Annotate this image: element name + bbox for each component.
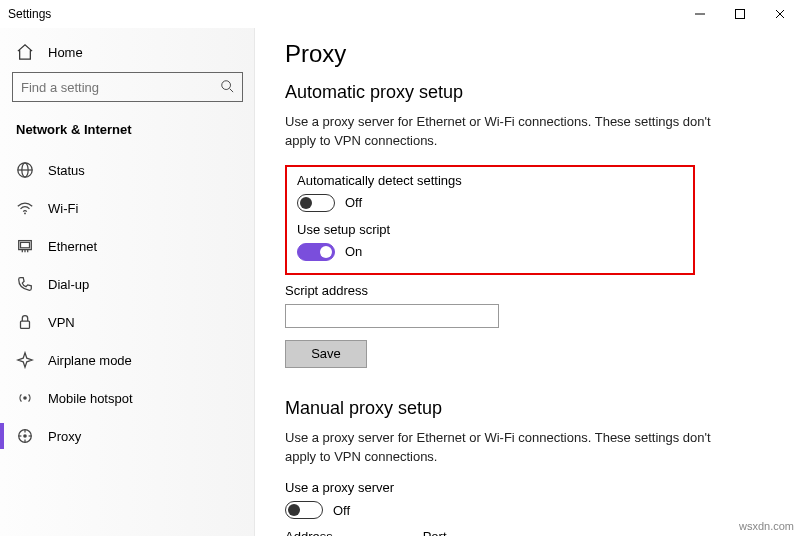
address-label: Address bbox=[285, 529, 333, 536]
sidebar-item-hotspot[interactable]: Mobile hotspot bbox=[12, 379, 243, 417]
script-address-input[interactable] bbox=[285, 304, 499, 328]
sidebar: Home Network & Internet Status Wi-Fi Eth… bbox=[0, 28, 255, 536]
use-proxy-label: Use a proxy server bbox=[285, 480, 770, 495]
svg-point-18 bbox=[23, 434, 27, 438]
sidebar-item-label: Proxy bbox=[48, 429, 81, 444]
use-proxy-toggle[interactable] bbox=[285, 501, 323, 519]
sidebar-item-label: VPN bbox=[48, 315, 75, 330]
sidebar-item-vpn[interactable]: VPN bbox=[12, 303, 243, 341]
manual-section-desc: Use a proxy server for Ethernet or Wi-Fi… bbox=[285, 429, 715, 467]
sidebar-item-label: Ethernet bbox=[48, 239, 97, 254]
maximize-button[interactable] bbox=[720, 0, 760, 28]
close-button[interactable] bbox=[760, 0, 800, 28]
svg-rect-15 bbox=[21, 321, 30, 328]
script-address-label: Script address bbox=[285, 283, 770, 298]
home-icon bbox=[16, 44, 34, 60]
svg-rect-11 bbox=[21, 242, 30, 247]
content-area: Proxy Automatic proxy setup Use a proxy … bbox=[255, 28, 800, 536]
auto-detect-toggle[interactable] bbox=[297, 194, 335, 212]
sidebar-item-proxy[interactable]: Proxy bbox=[12, 417, 243, 455]
phone-icon bbox=[16, 275, 34, 293]
auto-detect-label: Automatically detect settings bbox=[297, 173, 683, 188]
auto-section-heading: Automatic proxy setup bbox=[285, 82, 770, 103]
airplane-icon bbox=[16, 351, 34, 369]
port-label: Port bbox=[423, 529, 447, 536]
svg-rect-1 bbox=[736, 10, 745, 19]
auto-section-desc: Use a proxy server for Ethernet or Wi-Fi… bbox=[285, 113, 715, 151]
highlight-box: Automatically detect settings Off Use se… bbox=[285, 165, 695, 275]
ethernet-icon bbox=[16, 237, 34, 255]
search-icon bbox=[220, 79, 234, 96]
vpn-icon bbox=[16, 313, 34, 331]
sidebar-item-label: Status bbox=[48, 163, 85, 178]
minimize-button[interactable] bbox=[680, 0, 720, 28]
sidebar-item-ethernet[interactable]: Ethernet bbox=[12, 227, 243, 265]
window-title: Settings bbox=[8, 7, 51, 21]
sidebar-item-label: Airplane mode bbox=[48, 353, 132, 368]
search-box[interactable] bbox=[12, 72, 243, 102]
globe-icon bbox=[16, 161, 34, 179]
setup-script-label: Use setup script bbox=[297, 222, 683, 237]
sidebar-item-dialup[interactable]: Dial-up bbox=[12, 265, 243, 303]
svg-line-5 bbox=[230, 88, 234, 92]
hotspot-icon bbox=[16, 389, 34, 407]
watermark: wsxdn.com bbox=[739, 520, 794, 532]
window-controls bbox=[680, 0, 800, 28]
sidebar-item-label: Dial-up bbox=[48, 277, 89, 292]
svg-point-4 bbox=[222, 80, 231, 89]
category-heading: Network & Internet bbox=[12, 118, 243, 151]
home-label: Home bbox=[48, 45, 83, 60]
sidebar-item-label: Wi-Fi bbox=[48, 201, 78, 216]
sidebar-item-airplane[interactable]: Airplane mode bbox=[12, 341, 243, 379]
page-title: Proxy bbox=[285, 40, 770, 68]
sidebar-item-wifi[interactable]: Wi-Fi bbox=[12, 189, 243, 227]
svg-point-16 bbox=[23, 396, 27, 400]
proxy-icon bbox=[16, 427, 34, 445]
manual-section-heading: Manual proxy setup bbox=[285, 398, 770, 419]
svg-point-9 bbox=[24, 213, 26, 215]
home-button[interactable]: Home bbox=[12, 36, 243, 72]
auto-detect-state: Off bbox=[345, 195, 362, 210]
setup-script-toggle[interactable] bbox=[297, 243, 335, 261]
wifi-icon bbox=[16, 199, 34, 217]
save-button[interactable]: Save bbox=[285, 340, 367, 368]
use-proxy-state: Off bbox=[333, 503, 350, 518]
search-input[interactable] bbox=[21, 80, 201, 95]
sidebar-item-status[interactable]: Status bbox=[12, 151, 243, 189]
setup-script-state: On bbox=[345, 244, 362, 259]
sidebar-item-label: Mobile hotspot bbox=[48, 391, 133, 406]
